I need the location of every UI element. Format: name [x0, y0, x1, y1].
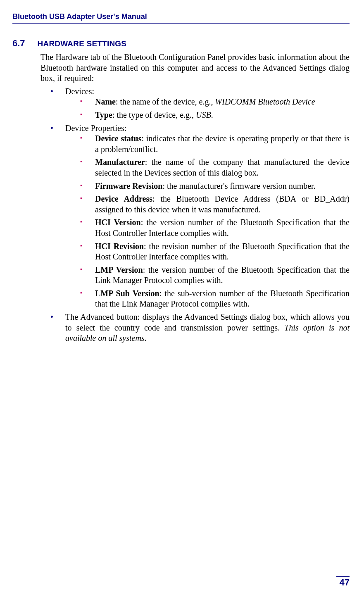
type-period: . [211, 110, 213, 119]
sub-name: Name: the name of the device, e.g., WIDC… [80, 97, 350, 107]
name-example: WIDCOMM Bluetooth Device [215, 97, 315, 106]
hci-revision-bold: HCI Revision [95, 242, 144, 251]
bullet-devices: Devices: Name: the name of the device, e… [50, 86, 350, 121]
device-properties-label: Device Properties: [65, 124, 126, 133]
lmp-sub-bold: LMP Sub Version [95, 289, 159, 298]
devices-sub-list: Name: the name of the device, e.g., WIDC… [80, 97, 350, 120]
name-bold: Name [95, 97, 116, 106]
firmware-rest: : the manufacturer's firmware version nu… [163, 181, 316, 190]
section-heading: 6.7 HARDWARE SETTINGS [12, 38, 350, 49]
sub-firmware: Firmware Revision: the manufacturer's fi… [80, 181, 350, 192]
type-bold: Type [95, 110, 112, 119]
name-rest: : the name of the device, e.g., [116, 97, 215, 106]
section-number: 6.7 [12, 38, 25, 49]
main-bullet-list: Devices: Name: the name of the device, e… [50, 86, 350, 344]
bullet-device-properties: Device Properties: Device status: indica… [50, 123, 350, 310]
type-example: USB [196, 110, 211, 119]
footer: 47 [336, 576, 350, 588]
device-status-bold: Device status [95, 134, 141, 143]
section-intro: The Hardware tab of the Bluetooth Config… [40, 52, 350, 84]
device-properties-sub-list: Device status: indicates that the device… [80, 133, 350, 309]
type-rest: : the type of device, e.g., [112, 110, 196, 119]
bullet-advanced: The Advanced button: displays the Advanc… [50, 312, 350, 344]
sub-lmp-version: LMP Version: the version number of the B… [80, 265, 350, 286]
sub-device-status: Device status: indicates that the device… [80, 133, 350, 155]
section-title: HARDWARE SETTINGS [38, 39, 127, 48]
firmware-bold: Firmware Revision [95, 181, 163, 190]
sub-hci-revision: HCI Revision: the revision number of the… [80, 241, 350, 262]
sub-manufacturer: Manufacturer: the name of the company th… [80, 157, 350, 178]
devices-label: Devices: [65, 87, 94, 96]
lmp-version-bold: LMP Version [95, 265, 143, 274]
hci-version-bold: HCI Version [95, 218, 141, 227]
sub-hci-version: HCI Version: the version number of the B… [80, 217, 350, 238]
manufacturer-bold: Manufacturer [95, 157, 145, 166]
sub-lmp-sub-version: LMP Sub Version: the sub-version number … [80, 288, 350, 309]
device-address-bold: Device Address [95, 194, 152, 203]
page-number: 47 [336, 577, 350, 588]
sub-type: Type: the type of device, e.g., USB. [80, 110, 350, 121]
sub-device-address: Device Address: the Bluetooth Device Add… [80, 194, 350, 215]
document-header: Bluetooth USB Adapter User's Manual [12, 12, 350, 24]
